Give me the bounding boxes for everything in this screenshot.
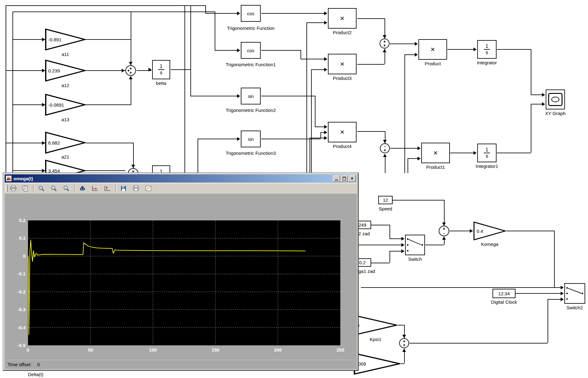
gain-block-kpsi1[interactable]: 8: [354, 315, 397, 335]
wire-arrowhead: [415, 42, 418, 46]
minimize-icon: [335, 180, 338, 180]
gain-block-kpsi2[interactable]: .009: [354, 353, 400, 375]
restore-x-axis-icon[interactable]: [90, 184, 100, 192]
integrator-denominator: s: [484, 49, 490, 55]
trig-block-cos[interactable]: cos: [241, 5, 261, 22]
y-tick-label: -0.3: [9, 307, 26, 312]
gain-block-komega[interactable]: 0.4: [474, 222, 506, 240]
gain-block-a12[interactable]: 0.239: [45, 60, 86, 81]
product2-block[interactable]: ×: [328, 8, 357, 29]
switch-block[interactable]: [405, 235, 425, 255]
trig-block-cos1[interactable]: cos: [241, 42, 261, 59]
scope-titlebar[interactable]: omega(t) ×: [5, 174, 357, 182]
xy-graph-block[interactable]: [546, 90, 565, 109]
gain-block-a13[interactable]: -0.0891: [45, 94, 86, 116]
wire-arrowhead: [401, 237, 404, 241]
wire: [531, 49, 531, 94]
zoom-x-icon[interactable]: x: [49, 184, 59, 192]
report-icon[interactable]: [20, 184, 30, 192]
trig-fn: cos: [247, 48, 254, 53]
wire-arrowhead: [237, 94, 240, 98]
product4-block[interactable]: ×: [328, 122, 357, 142]
status-divider: [6, 359, 356, 360]
digital-clock-block[interactable]: 12:34: [492, 289, 516, 298]
gain-block-a21[interactable]: 6.882: [45, 132, 86, 154]
gain-block-a11[interactable]: -0.891: [45, 29, 86, 50]
integrator1-block[interactable]: 1s: [477, 144, 497, 162]
wire: [450, 231, 473, 231]
restore-y-axis-icon[interactable]: [102, 184, 112, 192]
sum-sign: +: [129, 71, 132, 75]
close-button[interactable]: ×: [348, 175, 356, 182]
product3-block[interactable]: ×: [328, 54, 357, 74]
time-offset-label: Time offset:: [7, 362, 32, 367]
wire: [198, 139, 198, 173]
sum-sign: +: [383, 43, 386, 48]
x-tick-label: 200: [268, 347, 287, 353]
wire-arrowhead: [542, 93, 545, 97]
sum-block-b[interactable]: - +: [380, 143, 390, 153]
wire-arrowhead: [542, 102, 545, 106]
sum-block-c[interactable]: + -: [439, 226, 449, 236]
wire: [215, 50, 239, 51]
wire: [425, 245, 444, 245]
wire-arrowhead: [129, 76, 133, 79]
sum-block-d[interactable]: + +: [399, 338, 409, 348]
integrator-numerator: 1: [484, 147, 490, 153]
zoom-icon[interactable]: [36, 184, 46, 192]
multiply-icon: ×: [340, 14, 344, 23]
maximize-icon: [343, 177, 346, 180]
find-icon[interactable]: [77, 184, 87, 192]
wire: [390, 238, 403, 239]
toolbar-separator: [115, 185, 117, 192]
wire: [390, 225, 390, 238]
constant-speed-block[interactable]: 12: [378, 196, 393, 204]
y-tick-label: -0.1: [9, 271, 26, 277]
save-axes-icon[interactable]: [119, 184, 128, 192]
close-icon: ×: [351, 176, 353, 181]
integrator-block[interactable]: 1s: [477, 40, 497, 59]
x-tick-label: 50: [81, 347, 100, 353]
product-block[interactable]: ×: [418, 39, 447, 60]
minimize-button[interactable]: [333, 175, 340, 182]
product1-block[interactable]: ×: [421, 143, 450, 163]
wire: [6, 70, 45, 71]
integrator-denominator: s: [484, 153, 490, 159]
sum-sign: +: [403, 343, 405, 347]
axes-properties-icon[interactable]: [143, 184, 153, 192]
wire-arrowhead: [324, 57, 327, 61]
trig-block-sin2[interactable]: sin: [241, 88, 261, 104]
constant-zad2-label: 2 zad: [358, 231, 383, 237]
integrator-block-betta[interactable]: 1s: [152, 60, 170, 79]
wire: [444, 200, 445, 226]
switch2-block[interactable]: [564, 283, 585, 304]
wire: [215, 12, 215, 51]
wire: [190, 5, 191, 96]
wire: [516, 293, 562, 294]
wire-arrowhead: [42, 103, 45, 107]
product1-label: Product1: [417, 164, 454, 170]
trig-block-sin3[interactable]: sin: [241, 131, 261, 147]
wire: [133, 143, 134, 168]
sum-block-1[interactable]: + + +: [125, 65, 136, 76]
wire: [86, 39, 131, 40]
gain-value: 0.239: [48, 68, 60, 73]
toolbar-grip[interactable]: [6, 185, 8, 192]
multiply-icon: ×: [340, 128, 344, 136]
maximize-button[interactable]: [341, 175, 348, 182]
zoom-y-icon[interactable]: y: [61, 184, 71, 192]
wire: [357, 18, 385, 19]
toolbar-separator: [74, 185, 76, 192]
print-figure-icon[interactable]: [131, 184, 141, 192]
wire-arrowhead: [442, 237, 446, 240]
scope-window[interactable]: omega(t) × x y: [3, 173, 358, 371]
wire: [531, 104, 531, 153]
wire: [450, 153, 475, 153]
y-tick-label: -0.4: [9, 325, 26, 330]
plot-area[interactable]: [28, 220, 340, 345]
sum-block-a[interactable]: + +: [380, 39, 390, 48]
wire: [86, 170, 125, 171]
wire: [548, 299, 548, 343]
wire: [390, 44, 416, 44]
print-icon[interactable]: [8, 184, 18, 192]
